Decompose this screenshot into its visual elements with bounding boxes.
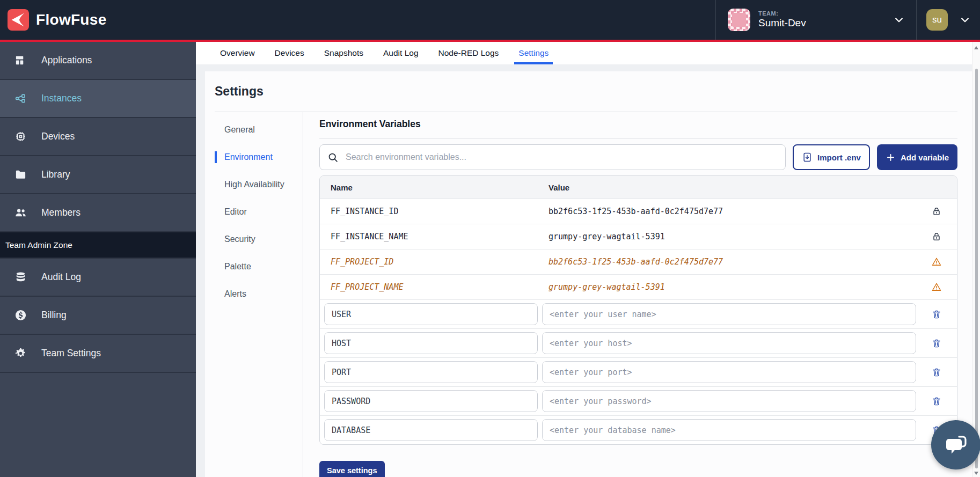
scroll-down-arrow[interactable] — [974, 472, 978, 475]
sidebar-item-label: Library — [41, 169, 70, 180]
sidebar-item-library[interactable]: Library — [0, 156, 196, 194]
content-area: OverviewDevicesSnapshotsAudit LogNode-RE… — [196, 42, 972, 477]
user-menu[interactable]: su — [916, 0, 980, 40]
members-icon — [14, 207, 27, 219]
settings-nav-high-availability[interactable]: High Availability — [215, 179, 303, 190]
env-value: grumpy-grey-wagtail-5391 — [548, 232, 916, 241]
sidebar: ApplicationsInstancesDevicesLibraryMembe… — [0, 42, 196, 477]
settings-nav-palette[interactable]: Palette — [215, 261, 303, 273]
trash-icon[interactable] — [931, 367, 942, 378]
warning-icon — [931, 256, 942, 267]
env-row-user — [320, 300, 957, 329]
brand-block[interactable]: FlowFuse — [0, 9, 107, 31]
settings-nav: GeneralEnvironmentHigh AvailabilityEdito… — [215, 112, 303, 477]
sidebar-item-audit-log[interactable]: Audit Log — [0, 259, 196, 297]
sidebar-admin-nav: Audit LogBillingTeam Settings — [0, 259, 196, 373]
row-status — [916, 231, 957, 242]
env-value-input-password[interactable] — [542, 390, 916, 412]
env-name-input-database[interactable] — [324, 419, 538, 441]
sidebar-item-devices[interactable]: Devices — [0, 118, 196, 156]
settings-nav-security[interactable]: Security — [215, 233, 303, 245]
env-value: bb2f6c53-1f25-453b-aafd-0c2f475d7e77 — [548, 207, 916, 216]
env-row-host — [320, 329, 957, 358]
devices-icon — [14, 130, 27, 143]
env-value-input-database[interactable] — [542, 419, 916, 441]
env-name-input-user[interactable] — [324, 303, 538, 325]
scrollbar[interactable] — [972, 42, 980, 477]
chevron-down-icon[interactable] — [894, 14, 904, 25]
row-actions — [916, 367, 957, 378]
chevron-down-icon[interactable] — [960, 14, 970, 25]
page-title: Settings — [215, 71, 957, 99]
env-toolbar: Import .env Add variable — [319, 144, 957, 170]
lock-icon — [931, 231, 942, 242]
trash-icon[interactable] — [931, 338, 942, 349]
chat-bubbles-icon — [943, 432, 969, 458]
search-box — [319, 144, 786, 170]
env-row-ff-project-name: FF_PROJECT_NAMEgrumpy-grey-wagtail-5391 — [320, 275, 957, 300]
instance-tabbar: OverviewDevicesSnapshotsAudit LogNode-RE… — [196, 42, 972, 64]
search-input[interactable] — [346, 152, 778, 162]
lock-icon — [931, 206, 942, 217]
env-row-database — [320, 416, 957, 444]
sidebar-item-team-settings[interactable]: Team Settings — [0, 335, 196, 373]
env-row-ff-project-id: FF_PROJECT_IDbb2f6c53-1f25-453b-aafd-0c2… — [320, 249, 957, 275]
env-value: grumpy-grey-wagtail-5391 — [548, 282, 916, 292]
settings-nav-general[interactable]: General — [215, 124, 303, 136]
import-env-button[interactable]: Import .env — [793, 144, 870, 170]
tab-settings[interactable]: Settings — [518, 42, 548, 64]
billing-icon — [14, 309, 27, 321]
flowfuse-logo-icon — [8, 9, 29, 31]
sidebar-item-label: Team Settings — [41, 348, 101, 359]
row-actions — [916, 338, 957, 349]
env-name-input-password[interactable] — [324, 390, 538, 412]
env-name: FF_INSTANCE_ID — [320, 207, 548, 216]
warning-icon — [931, 282, 942, 292]
tab-node-red-logs[interactable]: Node-RED Logs — [438, 42, 499, 64]
env-name-input-host[interactable] — [324, 332, 538, 354]
team-label: TEAM: — [758, 10, 806, 17]
accent-divider — [0, 40, 980, 42]
save-settings-button[interactable]: Save settings — [319, 461, 385, 477]
sidebar-item-members[interactable]: Members — [0, 194, 196, 232]
tab-label: Audit Log — [383, 48, 419, 58]
team-avatar — [728, 9, 750, 31]
sidebar-item-label: Audit Log — [41, 271, 81, 283]
settings-nav-alerts[interactable]: Alerts — [215, 288, 303, 300]
environment-section: Environment Variables Import .env — [303, 112, 957, 477]
add-variable-button[interactable]: Add variable — [877, 144, 957, 170]
env-row-port — [320, 358, 957, 387]
sidebar-item-label: Applications — [41, 55, 92, 66]
trash-icon[interactable] — [931, 396, 942, 407]
row-status — [916, 256, 957, 267]
brand-name: FlowFuse — [36, 11, 107, 28]
env-value-input-host[interactable] — [542, 332, 916, 354]
row-status — [916, 282, 957, 292]
row-status — [916, 206, 957, 217]
sidebar-item-instances[interactable]: Instances — [0, 80, 196, 118]
applications-icon — [14, 54, 27, 67]
tab-label: Node-RED Logs — [438, 48, 499, 58]
sidebar-item-applications[interactable]: Applications — [0, 42, 196, 80]
env-name-input-port[interactable] — [324, 361, 538, 383]
tab-label: Overview — [220, 48, 255, 58]
env-row-password — [320, 387, 957, 416]
row-actions — [916, 309, 957, 320]
settings-nav-editor[interactable]: Editor — [215, 206, 303, 218]
scroll-up-arrow[interactable] — [974, 46, 978, 49]
tab-snapshots[interactable]: Snapshots — [324, 42, 363, 64]
plus-icon — [886, 152, 896, 163]
sidebar-item-label: Billing — [41, 310, 67, 321]
env-value-input-port[interactable] — [542, 361, 916, 383]
env-row-ff-instance-id: FF_INSTANCE_IDbb2f6c53-1f25-453b-aafd-0c… — [320, 199, 957, 224]
tab-devices[interactable]: Devices — [275, 42, 304, 64]
sidebar-item-billing[interactable]: Billing — [0, 297, 196, 335]
tab-audit-log[interactable]: Audit Log — [383, 42, 419, 64]
trash-icon[interactable] — [931, 309, 942, 320]
settings-nav-environment[interactable]: Environment — [215, 151, 303, 163]
chat-widget-button[interactable] — [931, 420, 980, 469]
tab-overview[interactable]: Overview — [220, 42, 255, 64]
team-selector[interactable]: TEAM: Sumit-Dev — [715, 0, 916, 40]
env-value-input-user[interactable] — [542, 303, 916, 325]
scrollbar-thumb[interactable] — [975, 69, 978, 468]
